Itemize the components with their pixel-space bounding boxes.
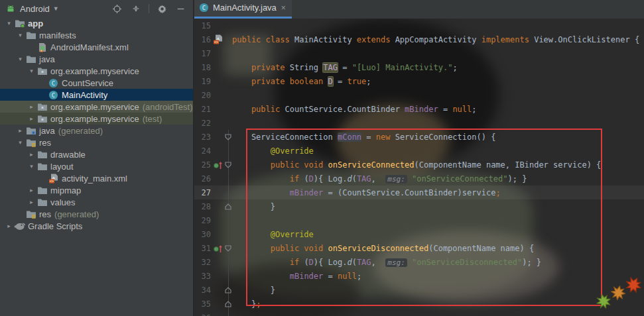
tree-item-org-example-myservice-test[interactable]: ▸org.example.myservice(test) — [0, 113, 193, 125]
line-number: 33 — [194, 272, 211, 281]
tree-item-label: activity_main.xml — [62, 174, 127, 184]
tree-item-mipmap[interactable]: ▸mipmap — [0, 184, 193, 196]
tab-mainactivity-java[interactable]: C MainActivity.java × — [194, 0, 292, 19]
fold-marker-icon[interactable] — [224, 300, 232, 308]
tree-item-label: res — [39, 209, 51, 219]
code-line-32[interactable]: 32 if (D){ Log.d(TAG, msg: "onServiceDis… — [194, 255, 644, 269]
related-layout-file-icon[interactable]: <> — [211, 35, 224, 44]
chevron-collapsed-icon[interactable]: ▸ — [15, 127, 25, 134]
fold-slot — [224, 91, 232, 99]
tree-item-app[interactable]: ▾app — [0, 17, 193, 29]
tree-item-values[interactable]: ▸values — [0, 196, 193, 208]
fold-marker-icon[interactable] — [224, 133, 232, 141]
folder-icon — [36, 185, 48, 195]
code-line-30[interactable]: 30 @Override — [194, 227, 644, 241]
chevron-collapsed-icon[interactable]: ▸ — [27, 103, 36, 110]
code-editor[interactable]: 1516<>public class MainActivity extends … — [194, 19, 644, 316]
tree-item-label: java — [39, 126, 55, 136]
code-line-19[interactable]: 19 private boolean D = true; — [194, 74, 644, 88]
class-icon: C — [48, 78, 59, 88]
code-line-17[interactable]: 17 — [194, 46, 644, 60]
chevron-expanded-icon[interactable]: ▾ — [27, 163, 36, 170]
tree-item-label: AndroidManifest.xml — [50, 42, 129, 52]
tree-item-org-example-myservice-androidtest[interactable]: ▸org.example.myservice(androidTest) — [0, 101, 193, 113]
code-text: } — [232, 202, 275, 211]
collapse-all-icon[interactable] — [130, 3, 141, 15]
chevron-collapsed-icon[interactable]: ▸ — [4, 223, 14, 229]
overrides-method-icon[interactable] — [211, 160, 224, 170]
chevron-expanded-icon[interactable]: ▾ — [27, 68, 36, 74]
fold-slot — [224, 119, 232, 127]
package-icon — [36, 101, 48, 112]
tree-item-countservice[interactable]: CCountService — [0, 77, 193, 89]
tree-item-layout[interactable]: ▾layout — [0, 160, 193, 172]
code-line-36[interactable]: 36 — [194, 311, 644, 316]
code-line-16[interactable]: 16<>public class MainActivity extends Ap… — [194, 32, 644, 46]
code-line-27[interactable]: 27 mBinder = (CountService.CountBinder)s… — [194, 185, 644, 199]
code-line-21[interactable]: 21 public CountService.CountBinder mBind… — [194, 102, 644, 116]
tree-item-androidmanifest-xml[interactable]: MAndroidManifest.xml — [0, 41, 193, 53]
code-line-33[interactable]: 33 mBinder = null; — [194, 269, 644, 283]
chevron-expanded-icon[interactable]: ▾ — [4, 20, 14, 26]
folder-icon — [36, 149, 48, 160]
tree-item-mainactivity[interactable]: CMainActivity — [0, 89, 193, 101]
code-line-24[interactable]: 24 @Override — [194, 144, 644, 158]
fold-marker-icon[interactable] — [224, 203, 232, 211]
code-line-31[interactable]: 31 public void onServiceDisconnected(Com… — [194, 241, 644, 255]
code-text: public class MainActivity extends AppCom… — [232, 35, 639, 44]
fold-marker-icon[interactable] — [224, 286, 232, 294]
chevron-down-icon[interactable]: ▼ — [53, 5, 59, 12]
chevron-collapsed-icon[interactable]: ▸ — [27, 199, 36, 205]
tree-item-activity-main-xml[interactable]: <>activity_main.xml — [0, 172, 193, 184]
line-number: 23 — [194, 132, 211, 142]
project-view-selector[interactable]: Android — [20, 4, 50, 14]
code-line-35[interactable]: 35 }; — [194, 297, 644, 311]
settings-icon[interactable] — [157, 3, 168, 15]
tree-item-res[interactable]: ▾res — [0, 136, 193, 148]
code-line-28[interactable]: 28 } — [194, 199, 644, 213]
tree-item-gradle-scripts[interactable]: ▸Gradle Scripts — [0, 220, 193, 232]
gutter-icon-slot — [211, 286, 224, 295]
chevron-expanded-icon[interactable]: ▾ — [15, 56, 25, 62]
gutter-icon-slot — [211, 174, 224, 184]
code-line-23[interactable]: 23 ServiceConnection mConn = new Service… — [194, 130, 644, 144]
close-tab-icon[interactable]: × — [281, 3, 286, 13]
chevron-collapsed-icon[interactable]: ▸ — [27, 187, 36, 193]
code-line-26[interactable]: 26 if (D){ Log.d(TAG, msg: "onServiceCon… — [194, 172, 644, 185]
chevron-expanded-icon[interactable]: ▾ — [15, 32, 25, 38]
chevron-expanded-icon[interactable]: ▾ — [15, 139, 25, 146]
fold-slot — [224, 50, 232, 58]
locate-file-icon[interactable] — [111, 3, 123, 15]
tree-item-label: manifests — [39, 30, 76, 40]
chevron-collapsed-icon[interactable]: ▸ — [27, 151, 36, 158]
gutter-icon-slot — [211, 313, 224, 316]
tree-item-org-example-myservice[interactable]: ▾org.example.myservice — [0, 65, 193, 77]
gutter-icon-slot — [211, 91, 224, 100]
line-number: 29 — [194, 216, 211, 225]
hide-panel-icon[interactable] — [175, 3, 186, 15]
tree-item-manifests[interactable]: ▾manifests — [0, 29, 193, 41]
fold-marker-icon[interactable] — [224, 244, 232, 252]
svg-text:C: C — [52, 91, 55, 98]
code-text: public void onServiceDisconnected(Compon… — [232, 244, 534, 253]
code-text: } — [232, 286, 275, 295]
code-line-29[interactable]: 29 — [194, 213, 644, 227]
gutter-line-26: 26 — [194, 172, 232, 185]
line-number: 21 — [194, 105, 211, 114]
tree-item-drawable[interactable]: ▸drawable — [0, 148, 193, 160]
tree-item-java-generated[interactable]: ▸java(generated) — [0, 125, 193, 136]
code-line-25[interactable]: 25 public void onServiceConnected(Compon… — [194, 158, 644, 172]
code-line-18[interactable]: 18 private String TAG = "[Luo] MainActiv… — [194, 60, 644, 74]
chevron-collapsed-icon[interactable]: ▸ — [27, 115, 36, 122]
overrides-method-icon[interactable] — [211, 244, 224, 253]
code-line-34[interactable]: 34 } — [194, 283, 644, 297]
code-line-20[interactable]: 20 — [194, 88, 644, 102]
tree-item-label: mipmap — [50, 185, 81, 195]
tree-item-res-generated[interactable]: res(generated) — [0, 208, 193, 220]
tree-item-java[interactable]: ▾java — [0, 53, 193, 65]
fold-marker-icon[interactable] — [224, 161, 232, 169]
tree-item-label: drawable — [50, 150, 86, 160]
code-line-15[interactable]: 15 — [194, 19, 644, 32]
code-line-22[interactable]: 22 — [194, 116, 644, 130]
gutter-icon-slot — [211, 63, 224, 72]
